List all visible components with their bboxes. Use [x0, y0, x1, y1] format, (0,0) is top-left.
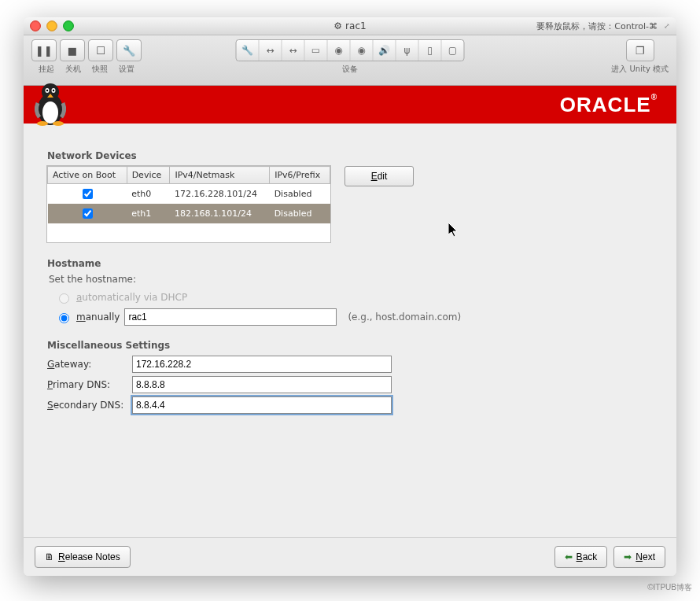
footer: 🗎 Release Notes ⬅ Back ➡ Next	[24, 537, 676, 576]
active-checkbox-eth1[interactable]	[83, 208, 93, 219]
arrow-right-icon: ➡	[624, 551, 632, 562]
titlebar: ⚙ rac1 要释放鼠标，请按：Control-⌘ ⤢	[24, 17, 676, 35]
ipv6-cell: Disabled	[270, 184, 330, 205]
floppy-icon[interactable]: ◉	[351, 40, 374, 61]
hostname-manual-radio[interactable]	[59, 313, 69, 323]
unity-label: 进入 Unity 模式	[611, 64, 669, 75]
snapshot-button[interactable]: ☐	[88, 39, 113, 61]
svg-point-2	[42, 83, 59, 101]
table-row[interactable]: eth1 182.168.1.101/24 Disabled	[48, 204, 330, 223]
sound-icon[interactable]: 🔊	[374, 40, 396, 61]
secondary-dns-label: Secondary DNS:	[47, 400, 132, 411]
maximize-icon[interactable]	[63, 20, 74, 31]
penguin-icon	[31, 79, 69, 127]
installer-content: Network Devices Active on Boot Device IP…	[24, 124, 676, 537]
ipv4-cell: 172.16.228.101/24	[170, 184, 270, 205]
svg-point-8	[37, 121, 48, 126]
col-ipv4[interactable]: IPv4/Netmask	[170, 167, 270, 184]
watermark: ©ITPUB博客	[647, 582, 692, 593]
app-icon: ⚙	[333, 20, 342, 31]
hostname-hint: (e.g., host.domain.com)	[348, 312, 461, 323]
harddisk-icon[interactable]: ▭	[305, 40, 328, 61]
next-button[interactable]: ➡ Next	[613, 546, 665, 568]
release-hint: 要释放鼠标，请按：Control-⌘	[536, 20, 658, 32]
snapshot-label: 快照	[87, 64, 113, 75]
primary-dns-input[interactable]	[132, 376, 392, 393]
hostname-prompt: Set the hostname:	[49, 274, 653, 285]
edit-button[interactable]: Edit	[344, 166, 414, 186]
hostname-auto-radio	[59, 293, 69, 304]
device-settings-icon[interactable]: 🔧	[237, 40, 260, 61]
network-devices-title: Network Devices	[47, 150, 653, 161]
gateway-label: Gateway:	[47, 359, 132, 370]
settings-label: 设置	[113, 64, 140, 75]
release-notes-label: Release Notes	[58, 551, 120, 562]
display-icon[interactable]: ▢	[442, 40, 464, 61]
arrow-left-icon: ⬅	[565, 551, 573, 562]
ipv6-cell: Disabled	[270, 204, 330, 223]
hostname-manual-label: manually	[76, 312, 120, 323]
ipv4-cell: 182.168.1.101/24	[170, 204, 270, 223]
suspend-label: 挂起	[33, 64, 60, 75]
fullscreen-icon[interactable]: ⤢	[664, 22, 670, 30]
hostname-auto-label: automatically via DHCP	[76, 292, 187, 303]
title-text: rac1	[345, 20, 367, 31]
usb-icon[interactable]: ψ	[396, 40, 419, 61]
device-cell: eth0	[127, 184, 170, 205]
devices-label: 设备	[342, 64, 358, 75]
network-devices-table: Active on Boot Device IPv4/Netmask IPv6/…	[47, 166, 330, 242]
active-checkbox-eth0[interactable]	[83, 189, 93, 199]
hostname-title: Hostname	[47, 258, 653, 269]
svg-point-9	[53, 121, 64, 126]
release-notes-button[interactable]: 🗎 Release Notes	[35, 546, 131, 568]
network2-icon[interactable]: ↔	[282, 40, 305, 61]
settings-button[interactable]: 🔧	[116, 39, 142, 61]
svg-point-1	[42, 101, 58, 124]
poweroff-button[interactable]: ■	[60, 39, 85, 61]
network1-icon[interactable]: ↔	[260, 40, 282, 61]
vm-window: ⚙ rac1 要释放鼠标，请按：Control-⌘ ⤢ ❚❚ ■ ☐ 🔧 挂起 …	[24, 17, 676, 576]
suspend-button[interactable]: ❚❚	[31, 39, 57, 61]
hostname-input[interactable]	[124, 308, 337, 326]
oracle-logo: ORACLE®	[560, 93, 658, 117]
svg-point-5	[46, 90, 48, 91]
document-icon: 🗎	[45, 551, 54, 562]
cdrom-icon[interactable]: ◉	[328, 40, 351, 61]
gateway-input[interactable]	[132, 356, 392, 373]
unity-button[interactable]: ❐	[626, 39, 654, 61]
secondary-dns-input[interactable]	[132, 396, 392, 414]
primary-dns-label: Primary DNS:	[47, 379, 132, 390]
col-ipv6[interactable]: IPv6/Prefix	[270, 167, 330, 184]
edit-label: dit	[378, 171, 388, 182]
close-icon[interactable]	[30, 20, 41, 31]
back-label: Back	[577, 551, 598, 562]
svg-point-6	[53, 90, 54, 91]
misc-title: Miscellaneous Settings	[47, 340, 653, 351]
vm-toolbar: ❚❚ ■ ☐ 🔧 挂起 关机 快照 设置 🔧 ↔ ↔ ▭ ◉ ◉ 🔊 ψ	[24, 35, 676, 86]
device-strip: 🔧 ↔ ↔ ▭ ◉ ◉ 🔊 ψ ▯ ▢	[236, 39, 465, 61]
printer-icon[interactable]: ▯	[419, 40, 442, 61]
window-title: ⚙ rac1	[333, 20, 366, 31]
oracle-header: ORACLE®	[24, 86, 676, 124]
poweroff-label: 关机	[60, 64, 87, 75]
col-device[interactable]: Device	[127, 167, 170, 184]
next-label: Next	[636, 551, 655, 562]
back-button[interactable]: ⬅ Back	[554, 546, 608, 568]
minimize-icon[interactable]	[46, 20, 57, 31]
table-row[interactable]: eth0 172.16.228.101/24 Disabled	[48, 184, 330, 205]
window-controls	[30, 20, 74, 31]
table-row-empty	[48, 223, 330, 242]
device-cell: eth1	[127, 204, 170, 223]
col-active[interactable]: Active on Boot	[48, 167, 127, 184]
